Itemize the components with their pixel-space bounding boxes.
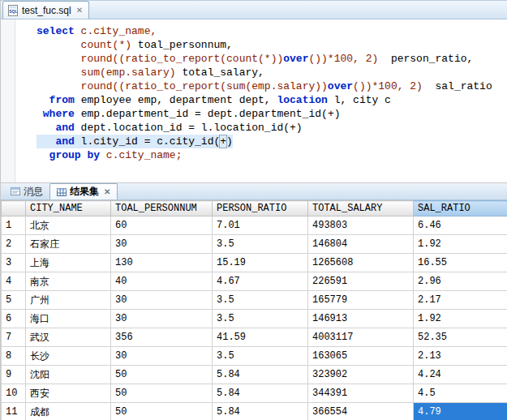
grid-body: 1北京607.014938036.462石家庄303.51468041.923上… [2,216,507,420]
table-row: 9沈阳505.843239024.24 [2,366,507,384]
table-cell[interactable]: 50 [111,366,213,384]
selected-cell[interactable]: 4.79 [414,403,507,420]
table-cell[interactable]: 5.84 [213,384,308,403]
table-cell[interactable]: 50 [111,384,213,403]
tab-resultset[interactable]: 结果集 ✕ [49,183,118,199]
sql-code[interactable]: select c.city_name, count(*) toal_person… [15,19,507,182]
tab-messages-label: 消息 [24,185,43,199]
table-cell[interactable]: 226591 [308,272,414,291]
row-number[interactable]: 3 [2,254,26,272]
code-line[interactable]: where emp.department_id = dept.departmen… [37,107,507,121]
table-cell[interactable]: 广州 [26,291,111,310]
table-cell[interactable]: 1.92 [414,235,507,254]
table-cell[interactable]: 1265608 [308,254,414,272]
table-cell[interactable]: 5.84 [213,366,308,384]
table-cell[interactable]: 2.13 [414,347,507,366]
row-number[interactable]: 8 [2,347,26,366]
table-cell[interactable]: 52.35 [414,328,507,347]
row-number[interactable]: 4 [2,272,26,291]
tab-resultset-label: 结果集 [70,185,99,199]
table-cell[interactable]: 1.92 [414,310,507,328]
column-header-person_ratio[interactable]: PERSON_RATIO [213,201,308,216]
table-cell[interactable]: 15.19 [213,254,308,272]
row-number[interactable]: 5 [2,291,26,310]
table-cell[interactable]: 海口 [26,310,111,328]
table-cell[interactable]: 石家庄 [26,235,111,254]
table-cell[interactable]: 南京 [26,272,111,291]
table-cell[interactable]: 146804 [308,235,414,254]
column-header-sal_ratio[interactable]: SAL_RATIO [414,201,507,216]
result-table: CITY_NAMETOAL_PERSONNUMPERSON_RATIOTOTAL… [1,200,507,420]
table-cell[interactable]: 西安 [26,384,111,403]
table-cell[interactable]: 493803 [308,216,414,235]
table-cell[interactable]: 344391 [308,384,414,403]
table-cell[interactable]: 4.67 [213,272,308,291]
close-tab-icon[interactable]: ✕ [75,6,83,15]
table-cell[interactable]: 3.5 [213,347,308,366]
grid-corner-cell [2,201,26,216]
editor-gutter [1,19,15,182]
editor-tab-label: test_fuc.sql [22,5,71,16]
table-row: 3上海13015.19126560816.55 [2,254,507,272]
code-line[interactable]: and l.city_id = c.city_id(+) [37,135,507,148]
code-line[interactable]: and dept.location_id = l.location_id(+) [37,121,507,135]
code-line[interactable]: round((ratio_to_report(count(*))over())*… [37,52,507,66]
code-line[interactable]: count(*) toal_personnum, [37,38,507,52]
row-number[interactable]: 7 [2,328,26,347]
code-line[interactable]: group by c.city_name; [37,148,507,162]
table-row: 6海口303.51469131.92 [2,310,507,328]
code-line[interactable]: sum(emp.salary) total_salary, [37,66,507,79]
table-cell[interactable]: 323902 [308,366,414,384]
sql-ide-window: SQL test_fuc.sql ✕ select c.city_name, c… [0,0,507,420]
table-cell[interactable]: 165779 [308,291,414,310]
table-cell[interactable]: 50 [111,403,213,420]
table-cell[interactable]: 16.55 [414,254,507,272]
code-line[interactable]: select c.city_name, [37,24,507,38]
table-cell[interactable]: 武汉 [26,328,111,347]
close-tab-icon[interactable]: ✕ [102,188,110,196]
table-cell[interactable]: 41.59 [213,328,308,347]
table-cell[interactable]: 长沙 [26,347,111,366]
table-cell[interactable]: 4.24 [414,366,507,384]
row-number[interactable]: 10 [2,384,26,403]
table-cell[interactable]: 4.5 [414,384,507,403]
sql-editor[interactable]: select c.city_name, count(*) toal_person… [1,19,507,183]
column-header-total_salary[interactable]: TOTAL_SALARY [308,201,414,216]
table-cell[interactable]: 2.17 [414,291,507,310]
table-row: 8长沙303.51630652.13 [2,347,507,366]
table-cell[interactable]: 146913 [308,310,414,328]
editor-tab-test-fuc-sql[interactable]: SQL test_fuc.sql ✕ [2,1,89,19]
tab-messages[interactable]: 消息 [4,183,49,199]
table-cell[interactable]: 5.84 [213,403,308,420]
table-cell[interactable]: 40 [111,272,213,291]
table-cell[interactable]: 163065 [308,347,414,366]
table-cell[interactable]: 30 [111,310,213,328]
table-cell[interactable]: 7.01 [213,216,308,235]
table-cell[interactable]: 366554 [308,403,414,420]
row-number[interactable]: 9 [2,366,26,384]
table-cell[interactable]: 30 [111,235,213,254]
table-cell[interactable]: 上海 [26,254,111,272]
table-cell[interactable]: 成都 [26,403,111,420]
code-line[interactable]: from employee emp, department dept, loca… [37,93,507,107]
table-cell[interactable]: 60 [111,216,213,235]
row-number[interactable]: 1 [2,216,26,235]
table-cell[interactable]: 北京 [26,216,111,235]
column-header-toal_personnum[interactable]: TOAL_PERSONNUM [111,201,213,216]
table-cell[interactable]: 2.96 [414,272,507,291]
table-cell[interactable]: 沈阳 [26,366,111,384]
table-cell[interactable]: 4003117 [308,328,414,347]
table-cell[interactable]: 3.5 [213,291,308,310]
table-cell[interactable]: 6.46 [414,216,507,235]
table-cell[interactable]: 130 [111,254,213,272]
table-cell[interactable]: 30 [111,347,213,366]
column-header-city_name[interactable]: CITY_NAME [26,201,111,216]
code-line[interactable]: round((ratio_to_report(sum(emp.salary))o… [37,79,507,93]
row-number[interactable]: 2 [2,235,26,254]
table-cell[interactable]: 3.5 [213,310,308,328]
table-cell[interactable]: 3.5 [213,235,308,254]
table-cell[interactable]: 356 [111,328,213,347]
table-cell[interactable]: 30 [111,291,213,310]
row-number[interactable]: 6 [2,310,26,328]
row-number[interactable]: 11 [2,403,26,420]
